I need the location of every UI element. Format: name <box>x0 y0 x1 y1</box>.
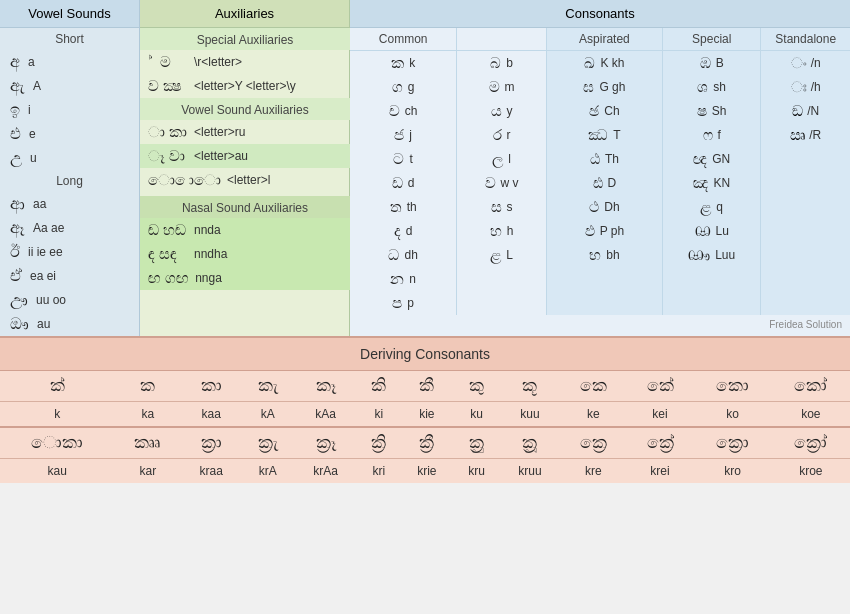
aux-sinhala: ඟ ගඟ <box>148 269 189 287</box>
deriving-cell: koe <box>772 402 850 428</box>
deriving-cell: කෝ <box>772 371 850 402</box>
cons-row: තth <box>350 195 456 219</box>
cons-row: චch <box>350 99 456 123</box>
aux-description: <letter>au <box>194 149 248 163</box>
deriving-cell: කි <box>357 371 401 402</box>
aux-sinhala: ඬ හඬ <box>148 221 188 239</box>
deriving-cell: කු <box>453 371 500 402</box>
standalone-row: ං/n <box>761 51 850 75</box>
vowel-latin: u <box>30 151 37 165</box>
vowel-sinhala: ඒ <box>10 267 22 285</box>
aux-description: <letter>Y <letter>\y <box>194 79 296 93</box>
special-col: Special ඹB ශsh ෂSh ෆf ඥGN ඤKN ළq ඏLu ඐLu… <box>662 28 760 315</box>
cons-row: හh <box>457 219 546 243</box>
aux-description: <letter>l <box>227 173 270 187</box>
consonants-panel: Consonants Common කk ගg චch ජj ටt ඩd තth… <box>350 0 850 336</box>
cons-row: යy <box>457 99 546 123</box>
cons-row: ඛK kh <box>547 51 662 75</box>
cons-row: මm <box>457 75 546 99</box>
aux-sinhala: ා කා <box>148 123 188 141</box>
aux-panel-header: Auxiliaries <box>140 0 349 28</box>
deriving-cell: kraa <box>181 459 241 484</box>
deriving-cell: ki <box>357 402 401 428</box>
cons-row: ජj <box>350 123 456 147</box>
short-label: Short <box>0 28 139 50</box>
standalone-row: ඃ/h <box>761 75 850 99</box>
cons-row: ටt <box>350 147 456 171</box>
consonants-header: Consonants <box>350 0 850 28</box>
deriving-cell: ke <box>560 402 627 428</box>
deriving-cell: කො <box>693 371 771 402</box>
vowel-row: ඌ uu oo <box>0 288 139 312</box>
deriving-cell: කෙ <box>560 371 627 402</box>
common-col: Common කk ගg චch ජj ටt ඩd තth දd ධdh නn … <box>350 28 456 315</box>
deriving-cell: kau <box>0 459 115 484</box>
deriving-cell: ක්‍රො <box>693 427 771 459</box>
special-col-header: Special <box>663 28 760 51</box>
cons-row: ඹB <box>663 51 760 75</box>
vowel-row: ඒ ea ei <box>0 264 139 288</box>
aux-description: nnda <box>194 223 221 237</box>
aux-sinhala: ව ක්‍ෂ <box>148 77 188 95</box>
deriving-cell: krAa <box>295 459 357 484</box>
deriving-cell: ක්‍රැ <box>241 427 294 459</box>
deriving-cell: kei <box>627 402 694 428</box>
vowel-row: ඇ A <box>0 74 139 98</box>
vowel-sinhala: උ <box>10 149 22 167</box>
deriving-cell: kA <box>241 402 294 428</box>
deriving-cell: krA <box>241 459 294 484</box>
nasal-aux-header: Nasal Sound Auxiliaries <box>140 196 350 218</box>
deriving-cell: කී <box>401 371 453 402</box>
top-section: Vowel Sounds Short අ a ඇ A ඉ i එ e උ u <box>0 0 850 336</box>
vowel-row: ඊ ii ie ee <box>0 240 139 264</box>
vowel-latin: Aa ae <box>33 221 64 235</box>
aux-row: ඬ හඬ nnda <box>140 218 350 242</box>
deriving-cell: kAa <box>295 402 357 428</box>
deriving-cell: ක්‍රෙ <box>560 427 627 459</box>
deriving-cell: කේ <box>627 371 694 402</box>
deriving-cell: ක්‍රා <box>181 427 241 459</box>
cons-row: ධdh <box>350 243 456 267</box>
deriving-table: ක් ක කා කැ කෑ කි කී කු කූ කෙ කේ කො කෝ k … <box>0 371 850 483</box>
vowel-sinhala: ඇ <box>10 77 25 95</box>
aux-description: nndha <box>194 247 227 261</box>
aux-row: ා කා <letter>ru <box>140 120 350 144</box>
vowel-latin: A <box>33 79 41 93</box>
cons-row: ඣT <box>547 123 662 147</box>
main-container: Vowel Sounds Short අ a ඇ A ඉ i එ e උ u <box>0 0 850 483</box>
vowel-sinhala: ඉ <box>10 101 20 119</box>
vowel-latin: a <box>28 55 35 69</box>
cons-row: ළL <box>457 243 546 267</box>
deriving-row-latin-2: kau kar kraa krA krAa kri krie kru kruu … <box>0 459 850 484</box>
deriving-cell: krei <box>627 459 694 484</box>
cons-row: ඐLuu <box>663 243 760 267</box>
deriving-section: Deriving Consonants ක් ක කා කැ කෑ කි කී … <box>0 336 850 483</box>
vowel-row: ඉ i <box>0 98 139 122</box>
cons-row: ශsh <box>663 75 760 99</box>
deriving-cell: ku <box>453 402 500 428</box>
vowel-sinhala: ඌ <box>10 291 28 309</box>
aux-sinhala: ෑ වා <box>148 147 188 165</box>
vowel-row: ආ aa <box>0 192 139 216</box>
cons-row: ෆf <box>663 123 760 147</box>
vowel-latin: ea ei <box>30 269 56 283</box>
cons-row: ලl <box>457 147 546 171</box>
long-label: Long <box>0 170 139 192</box>
deriving-cell: ක්‍රේ <box>627 427 694 459</box>
vowel-panel: Vowel Sounds Short අ a ඇ A ඉ i එ e උ u <box>0 0 140 336</box>
deriving-cell: kar <box>115 459 182 484</box>
common2-col: බb මm යy රr ලl වw v සs හh ළL <box>456 28 546 315</box>
deriving-cell: kri <box>357 459 401 484</box>
cons-row: ගg <box>350 75 456 99</box>
vowel-latin: e <box>29 127 36 141</box>
vowel-latin: au <box>37 317 50 331</box>
aux-sinhala: ‍ ් ම <box>148 53 188 71</box>
deriving-cell: කූ <box>500 371 560 402</box>
vowel-sinhala: ඊ <box>10 243 20 261</box>
cons-row: ඪD <box>547 171 662 195</box>
cons-row: පp <box>350 291 456 315</box>
deriving-cell: ක්‍රී <box>401 427 453 459</box>
deriving-cell: kuu <box>500 402 560 428</box>
vowel-panel-header: Vowel Sounds <box>0 0 139 28</box>
deriving-cell: kroe <box>772 459 850 484</box>
